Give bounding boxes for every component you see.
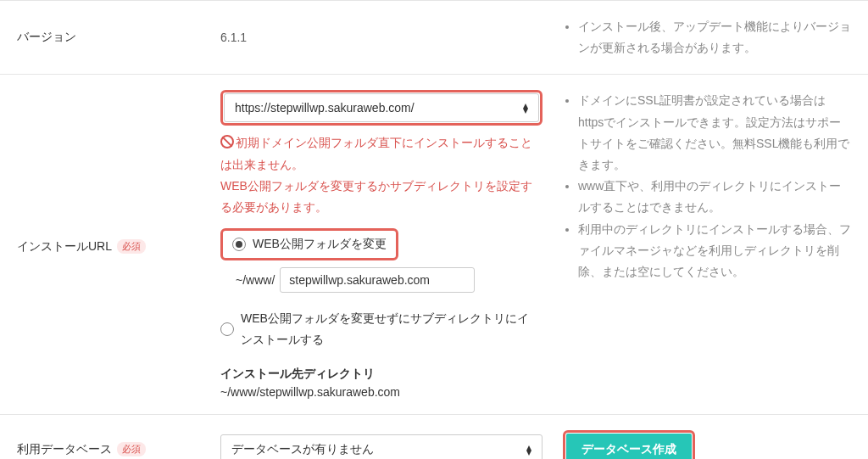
row-install-url: インストールURL 必須 https://stepwillwp.sakurawe…: [0, 74, 868, 413]
database-select[interactable]: データベースが有りません ▴▾: [220, 434, 542, 460]
label-database-text: 利用データベース: [17, 442, 112, 457]
path-row: ~/www/ stepwillwp.sakuraweb.com: [236, 267, 542, 293]
database-select-value: データベースが有りません: [231, 442, 374, 457]
install-note-1: ドメインにSSL証明書が設定されている場合はhttpsでインストールできます。設…: [578, 90, 851, 176]
select-updown-icon: ▴▾: [523, 103, 528, 113]
label-version-text: バージョン: [17, 30, 76, 45]
row-database: 利用データベース 必須 データベースが有りません ▴▾ データベース作成: [0, 414, 868, 460]
radio2-label: WEB公開フォルダを変更せずにサブディレクトリにインストールする: [241, 308, 534, 350]
radio1-highlight: WEB公開フォルダを変更: [220, 228, 398, 260]
dest-value: ~/www/stepwillwp.sakuraweb.com: [220, 385, 542, 399]
domain-select-highlight: https://stepwillwp.sakuraweb.com/ ▴▾: [220, 90, 542, 126]
no-entry-icon: [220, 135, 234, 148]
value-version: 6.1.1: [220, 31, 542, 44]
label-database: 利用データベース 必須: [17, 442, 220, 457]
label-install-url: インストールURL 必須: [17, 234, 220, 255]
database-action: データベース作成: [542, 430, 851, 460]
label-version: バージョン: [17, 30, 220, 45]
path-prefix: ~/www/: [236, 273, 275, 287]
content-install-url: https://stepwillwp.sakuraweb.com/ ▴▾ 初期ド…: [220, 90, 542, 398]
radio-selected-icon: [232, 238, 246, 251]
version-value-text: 6.1.1: [220, 31, 247, 44]
error-line2: WEB公開フォルダを変更するかサブディレクトリを設定する必要があります。: [220, 179, 532, 214]
dest-label: インストール先ディレクトリ: [220, 367, 542, 382]
error-line1: 初期ドメイン公開フォルダ直下にインストールすることは出来ません。: [220, 136, 532, 171]
radio-unselected-icon: [220, 322, 234, 336]
create-db-highlight: データベース作成: [563, 430, 695, 460]
path-input-value: stepwillwp.sakuraweb.com: [289, 273, 430, 287]
row-version: バージョン 6.1.1 インストール後、アップデート機能によりバージョンが更新さ…: [0, 0, 868, 74]
select-updown-icon-db: ▴▾: [526, 445, 531, 455]
required-badge: 必須: [117, 239, 146, 254]
required-badge-db: 必須: [117, 442, 146, 456]
create-database-button[interactable]: データベース作成: [566, 434, 692, 460]
install-note-2: www直下や、利用中のディレクトリにインストールすることはできません。: [578, 176, 851, 218]
radio-change-folder[interactable]: WEB公開フォルダを変更: [224, 232, 395, 257]
content-database: データベースが有りません ▴▾: [220, 434, 542, 460]
domain-select[interactable]: https://stepwillwp.sakuraweb.com/ ▴▾: [224, 93, 539, 122]
radio1-label: WEB公開フォルダを変更: [253, 237, 387, 252]
install-note-3: 利用中のディレクトリにインストールする場合、ファイルマネージャなどを利用しディレ…: [578, 219, 851, 283]
radio-subdir[interactable]: WEB公開フォルダを変更せずにサブディレクトリにインストールする: [220, 303, 542, 355]
label-install-url-text: インストールURL: [17, 239, 112, 255]
domain-select-value: https://stepwillwp.sakuraweb.com/: [235, 101, 415, 115]
path-input[interactable]: stepwillwp.sakuraweb.com: [280, 267, 475, 293]
install-error: 初期ドメイン公開フォルダ直下にインストールすることは出来ません。 WEB公開フォ…: [220, 132, 542, 218]
notes-version: インストール後、アップデート機能によりバージョンが更新される場合があります。: [542, 16, 851, 59]
notes-install-url: ドメインにSSL証明書が設定されている場合はhttpsでインストールできます。設…: [542, 90, 851, 283]
note-version-1: インストール後、アップデート機能によりバージョンが更新される場合があります。: [578, 16, 851, 59]
